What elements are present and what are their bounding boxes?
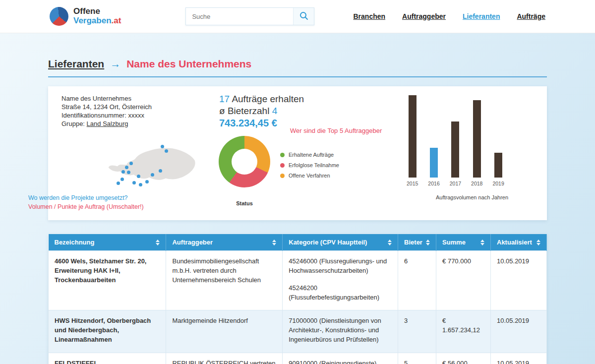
search-bar bbox=[185, 7, 314, 25]
sort-icon[interactable] bbox=[480, 240, 484, 245]
status-legend: Erhaltene AufträgeErfolglose TeilnahmeOf… bbox=[280, 152, 339, 183]
legend-label: Offene Verfahren bbox=[289, 173, 330, 179]
column-header[interactable]: Bieter bbox=[398, 234, 436, 251]
column-header[interactable]: Auftraggeber bbox=[166, 234, 283, 251]
bar-column: 2018 bbox=[471, 94, 482, 186]
nav-branchen[interactable]: Branchen bbox=[353, 12, 385, 20]
total-sum: 743.234,45 € bbox=[219, 117, 304, 129]
bar-year-label: 2018 bbox=[471, 181, 482, 186]
legend-color-dot bbox=[280, 153, 285, 157]
company-id: Identifikationsnummer: xxxxx bbox=[61, 111, 152, 120]
cell-auftraggeber: REPUBLIK ÖSTERREICH vertreten durch den … bbox=[166, 353, 283, 364]
bars: 20152016201720182019 bbox=[393, 94, 541, 186]
project-location-dot[interactable] bbox=[145, 180, 149, 183]
bieter-label: ø Bieterzahl bbox=[219, 106, 269, 116]
legend-color-dot bbox=[280, 163, 285, 168]
project-location-dot[interactable] bbox=[151, 173, 154, 177]
company-group-link[interactable]: Land Salzburg bbox=[87, 120, 128, 127]
project-location-dot[interactable] bbox=[125, 166, 128, 169]
project-location-dot[interactable] bbox=[132, 181, 136, 184]
supplier-stats: 17 Aufträge erhalten ø Bieterzahl 4 743.… bbox=[219, 93, 304, 129]
austria-map-shape bbox=[107, 127, 198, 204]
column-header[interactable]: Aktualisiert bbox=[491, 234, 547, 251]
legend-label: Erhaltene Aufträge bbox=[289, 152, 334, 158]
column-header[interactable]: Bezeichnung bbox=[49, 234, 166, 251]
nav-lieferanten[interactable]: Lieferanten bbox=[463, 12, 500, 20]
breadcrumb-arrow-icon: → bbox=[110, 58, 120, 70]
page-title: Name des Unternehmens bbox=[126, 58, 251, 70]
legend-item: Erhaltene Aufträge bbox=[280, 152, 339, 158]
bar[interactable] bbox=[473, 100, 481, 178]
cell-bieter: 6 bbox=[398, 251, 436, 310]
table-header-row: BezeichnungAuftraggeberKategorie (CPV Ha… bbox=[49, 234, 547, 251]
cpv-entry: 45246000 (Flussregulierungs- und Hochwas… bbox=[289, 257, 392, 276]
cpv-entry: 90910000 (Reinigungsdienste) bbox=[289, 359, 392, 364]
site-logo[interactable]: Offene Vergaben.at bbox=[50, 7, 121, 26]
column-header-label: Kategorie (CPV Hauptteil) bbox=[289, 239, 367, 246]
cell-bieter: 5 bbox=[398, 353, 436, 364]
company-address: Straße 14, 1234 Ort, Österreich bbox=[61, 103, 152, 111]
nav-auftraege[interactable]: Aufträge bbox=[517, 12, 545, 20]
cpv-entry: 71000000 (Dienstleistungen von Architekt… bbox=[289, 316, 392, 345]
column-header-label: Bezeichnung bbox=[55, 239, 95, 246]
project-location-dot[interactable] bbox=[161, 145, 164, 148]
bar[interactable] bbox=[451, 121, 459, 178]
company-name: Name des Unternehmes bbox=[61, 94, 152, 103]
orders-received-line: 17 Aufträge erhalten bbox=[219, 93, 304, 105]
legend-color-dot bbox=[280, 174, 285, 178]
legend-item: Erfolglose Teilnahme bbox=[280, 162, 339, 168]
cpv-entry: 45246200 (Flussuferbefestigungsarbeiten) bbox=[289, 284, 392, 303]
supplier-summary-card: Name des Unternehmes Straße 14, 1234 Ort… bbox=[48, 86, 547, 220]
project-location-dot[interactable] bbox=[165, 149, 168, 153]
bar-year-label: 2016 bbox=[428, 181, 439, 186]
breadcrumb-parent-link[interactable]: Lieferanten bbox=[48, 58, 104, 70]
bar[interactable] bbox=[430, 148, 438, 178]
breadcrumb: Lieferanten → Name des Unternehmens bbox=[48, 58, 547, 70]
table-row[interactable]: 4600 Wels, Stelzhamer Str. 20, Erweiteru… bbox=[49, 251, 547, 310]
column-header[interactable]: Summe bbox=[436, 234, 491, 251]
bar-column: 2017 bbox=[450, 94, 461, 186]
bar[interactable] bbox=[409, 95, 416, 178]
column-header-label: Bieter bbox=[404, 239, 422, 246]
volume-bar-chart: 20152016201720182019 Auftragsvolumen nac… bbox=[393, 94, 541, 200]
cell-kategorie: 45246000 (Flussregulierungs- und Hochwas… bbox=[283, 251, 398, 310]
search-icon bbox=[299, 11, 308, 22]
legend-item: Offene Verfahren bbox=[280, 173, 339, 179]
project-location-dot[interactable] bbox=[121, 170, 125, 174]
logo-line2: Vergaben bbox=[73, 16, 112, 25]
search-input[interactable] bbox=[186, 8, 293, 25]
cell-kategorie: 90910000 (Reinigungsdienste) bbox=[283, 353, 398, 364]
cell-aktualisiert: 10.05.2019 bbox=[491, 353, 547, 364]
sort-icon[interactable] bbox=[156, 240, 160, 245]
breadcrumb-divider bbox=[48, 76, 547, 77]
table-row[interactable]: FELDSTIEFEL (Rahmenabrufvertrag) für 202… bbox=[49, 353, 547, 364]
project-location-dot[interactable] bbox=[139, 183, 142, 186]
page-background: Lieferanten → Name des Unternehmens Name… bbox=[0, 33, 595, 364]
column-header[interactable]: Kategorie (CPV Hauptteil) bbox=[283, 234, 398, 251]
sort-icon[interactable] bbox=[426, 240, 430, 245]
cell-summe: € 770.000 bbox=[436, 251, 491, 310]
company-info: Name des Unternehmes Straße 14, 1234 Ort… bbox=[61, 94, 152, 128]
sort-icon[interactable] bbox=[536, 240, 540, 245]
bar-year-label: 2017 bbox=[450, 181, 461, 186]
company-group-label: Gruppe: bbox=[61, 120, 85, 127]
sort-icon[interactable] bbox=[388, 240, 392, 245]
donut-caption: Status bbox=[219, 200, 270, 206]
bar-column: 2019 bbox=[492, 94, 504, 186]
column-header-label: Aktualisiert bbox=[497, 239, 532, 246]
cell-bezeichnung: HWS Hitzendorf, Oberbergbach und Niederb… bbox=[49, 310, 166, 353]
orders-table: BezeichnungAuftraggeberKategorie (CPV Ha… bbox=[48, 234, 547, 364]
cell-aktualisiert: 10.05.2019 bbox=[491, 310, 547, 353]
status-donut[interactable] bbox=[219, 136, 270, 187]
austria-map bbox=[107, 127, 198, 204]
search-button[interactable] bbox=[293, 8, 314, 25]
project-location-dot[interactable] bbox=[129, 162, 133, 165]
nav-auftraggeber[interactable]: Auftraggeber bbox=[402, 12, 446, 20]
table-row[interactable]: HWS Hitzendorf, Oberbergbach und Niederb… bbox=[49, 310, 547, 353]
legend-label: Erfolglose Teilnahme bbox=[289, 162, 339, 168]
orders-label: Aufträge erhalten bbox=[232, 94, 304, 104]
bar[interactable] bbox=[494, 153, 502, 178]
sort-icon[interactable] bbox=[272, 240, 276, 245]
cell-auftraggeber: Marktgemeinde Hitzendorf bbox=[166, 310, 283, 353]
cell-kategorie: 71000000 (Dienstleistungen von Architekt… bbox=[283, 310, 398, 353]
